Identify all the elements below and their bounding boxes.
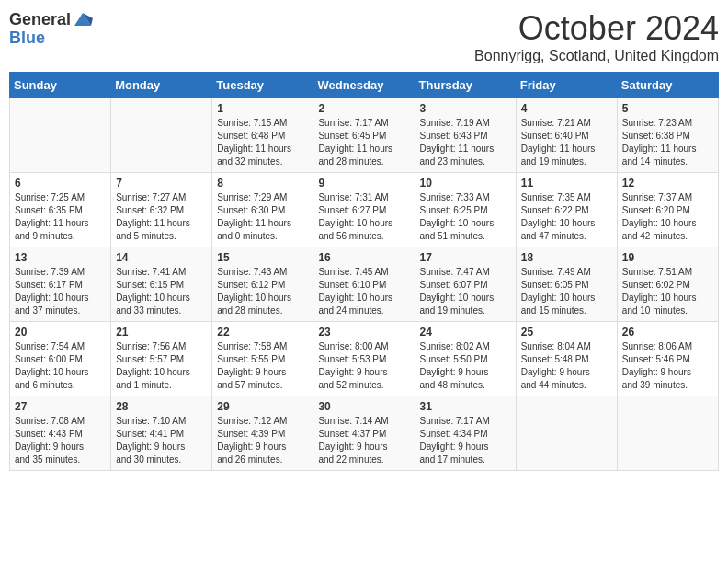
logo: General Blue [9, 9, 93, 47]
day-number: 22 [217, 326, 308, 339]
day-number: 30 [318, 400, 409, 413]
calendar-cell: 26Sunrise: 8:06 AM Sunset: 5:46 PM Dayli… [617, 322, 718, 396]
calendar-cell: 18Sunrise: 7:49 AM Sunset: 6:05 PM Dayli… [516, 247, 617, 322]
day-info: Sunrise: 7:23 AM Sunset: 6:38 PM Dayligh… [622, 117, 713, 168]
day-info: Sunrise: 7:19 AM Sunset: 6:43 PM Dayligh… [420, 117, 511, 168]
header-sunday: Sunday [10, 73, 111, 98]
day-info: Sunrise: 7:10 AM Sunset: 4:41 PM Dayligh… [116, 415, 207, 466]
week-row-2: 6Sunrise: 7:25 AM Sunset: 6:35 PM Daylig… [10, 173, 719, 247]
day-info: Sunrise: 7:08 AM Sunset: 4:43 PM Dayligh… [15, 415, 106, 466]
day-info: Sunrise: 7:41 AM Sunset: 6:15 PM Dayligh… [116, 266, 207, 317]
day-number: 5 [622, 102, 713, 115]
calendar-cell: 24Sunrise: 8:02 AM Sunset: 5:50 PM Dayli… [415, 322, 516, 396]
day-number: 14 [116, 251, 207, 264]
day-info: Sunrise: 7:15 AM Sunset: 6:48 PM Dayligh… [217, 117, 308, 168]
day-info: Sunrise: 7:29 AM Sunset: 6:30 PM Dayligh… [217, 191, 308, 243]
day-number: 19 [622, 251, 713, 264]
day-info: Sunrise: 7:54 AM Sunset: 6:00 PM Dayligh… [15, 340, 106, 392]
day-number: 28 [116, 400, 207, 413]
day-info: Sunrise: 7:27 AM Sunset: 6:32 PM Dayligh… [116, 191, 207, 243]
calendar-cell [617, 396, 718, 471]
day-number: 6 [15, 177, 106, 190]
day-number: 15 [217, 251, 308, 264]
day-info: Sunrise: 7:45 AM Sunset: 6:10 PM Dayligh… [318, 266, 409, 317]
day-number: 18 [521, 251, 612, 264]
day-info: Sunrise: 8:02 AM Sunset: 5:50 PM Dayligh… [420, 340, 511, 392]
day-number: 21 [116, 326, 207, 339]
day-number: 12 [622, 177, 713, 190]
day-number: 10 [420, 177, 511, 190]
day-info: Sunrise: 7:25 AM Sunset: 6:35 PM Dayligh… [15, 191, 106, 243]
day-info: Sunrise: 7:12 AM Sunset: 4:39 PM Dayligh… [217, 415, 308, 466]
logo-blue: Blue [9, 29, 45, 47]
day-number: 1 [217, 102, 308, 115]
day-info: Sunrise: 7:58 AM Sunset: 5:55 PM Dayligh… [217, 340, 308, 392]
day-number: 20 [15, 326, 106, 339]
week-row-4: 20Sunrise: 7:54 AM Sunset: 6:00 PM Dayli… [10, 322, 719, 396]
calendar-cell [516, 396, 617, 471]
week-row-5: 27Sunrise: 7:08 AM Sunset: 4:43 PM Dayli… [10, 396, 719, 471]
page-header: General Blue October 2024 Bonnyrigg, Sco… [9, 9, 719, 64]
calendar-cell: 31Sunrise: 7:17 AM Sunset: 4:34 PM Dayli… [415, 396, 516, 471]
header-wednesday: Wednesday [313, 73, 415, 98]
day-number: 11 [521, 177, 612, 190]
day-number: 25 [521, 326, 612, 339]
day-info: Sunrise: 8:00 AM Sunset: 5:53 PM Dayligh… [318, 340, 409, 392]
day-number: 29 [217, 400, 308, 413]
day-number: 16 [318, 251, 409, 264]
calendar-cell: 5Sunrise: 7:23 AM Sunset: 6:38 PM Daylig… [617, 98, 718, 173]
calendar-cell: 23Sunrise: 8:00 AM Sunset: 5:53 PM Dayli… [313, 322, 415, 396]
calendar-cell: 11Sunrise: 7:35 AM Sunset: 6:22 PM Dayli… [516, 173, 617, 247]
day-number: 3 [420, 102, 511, 115]
header-friday: Friday [516, 73, 617, 98]
calendar-cell: 13Sunrise: 7:39 AM Sunset: 6:17 PM Dayli… [10, 247, 111, 322]
week-row-3: 13Sunrise: 7:39 AM Sunset: 6:17 PM Dayli… [10, 247, 719, 322]
calendar-cell: 16Sunrise: 7:45 AM Sunset: 6:10 PM Dayli… [313, 247, 415, 322]
day-number: 24 [420, 326, 511, 339]
calendar-cell: 29Sunrise: 7:12 AM Sunset: 4:39 PM Dayli… [212, 396, 313, 471]
day-info: Sunrise: 7:35 AM Sunset: 6:22 PM Dayligh… [521, 191, 612, 243]
calendar-cell: 27Sunrise: 7:08 AM Sunset: 4:43 PM Dayli… [10, 396, 111, 471]
calendar-cell: 12Sunrise: 7:37 AM Sunset: 6:20 PM Dayli… [617, 173, 718, 247]
calendar-cell: 8Sunrise: 7:29 AM Sunset: 6:30 PM Daylig… [212, 173, 313, 247]
calendar-cell: 3Sunrise: 7:19 AM Sunset: 6:43 PM Daylig… [415, 98, 516, 173]
logo-icon [73, 9, 93, 29]
calendar-cell: 6Sunrise: 7:25 AM Sunset: 6:35 PM Daylig… [10, 173, 111, 247]
day-number: 13 [15, 251, 106, 264]
day-info: Sunrise: 7:21 AM Sunset: 6:40 PM Dayligh… [521, 117, 612, 168]
calendar-cell: 22Sunrise: 7:58 AM Sunset: 5:55 PM Dayli… [212, 322, 313, 396]
month-title: October 2024 [474, 9, 719, 48]
calendar-cell: 30Sunrise: 7:14 AM Sunset: 4:37 PM Dayli… [313, 396, 415, 471]
day-info: Sunrise: 7:37 AM Sunset: 6:20 PM Dayligh… [622, 191, 713, 243]
week-row-1: 1Sunrise: 7:15 AM Sunset: 6:48 PM Daylig… [10, 98, 719, 173]
calendar-cell [111, 98, 212, 173]
logo-general: General [9, 11, 71, 28]
calendar-cell [10, 98, 111, 173]
header-tuesday: Tuesday [212, 73, 313, 98]
calendar-cell: 1Sunrise: 7:15 AM Sunset: 6:48 PM Daylig… [212, 98, 313, 173]
day-info: Sunrise: 7:39 AM Sunset: 6:17 PM Dayligh… [15, 266, 106, 317]
calendar-cell: 9Sunrise: 7:31 AM Sunset: 6:27 PM Daylig… [313, 173, 415, 247]
day-info: Sunrise: 7:17 AM Sunset: 6:45 PM Dayligh… [318, 117, 409, 168]
title-area: October 2024 Bonnyrigg, Scotland, United… [474, 9, 719, 64]
header-thursday: Thursday [415, 73, 516, 98]
header-monday: Monday [111, 73, 212, 98]
day-number: 23 [318, 326, 409, 339]
calendar-cell: 10Sunrise: 7:33 AM Sunset: 6:25 PM Dayli… [415, 173, 516, 247]
day-info: Sunrise: 7:33 AM Sunset: 6:25 PM Dayligh… [420, 191, 511, 243]
day-info: Sunrise: 7:31 AM Sunset: 6:27 PM Dayligh… [318, 191, 409, 243]
calendar-cell: 14Sunrise: 7:41 AM Sunset: 6:15 PM Dayli… [111, 247, 212, 322]
day-info: Sunrise: 7:56 AM Sunset: 5:57 PM Dayligh… [116, 340, 207, 392]
calendar-cell: 15Sunrise: 7:43 AM Sunset: 6:12 PM Dayli… [212, 247, 313, 322]
day-number: 4 [521, 102, 612, 115]
calendar-cell: 20Sunrise: 7:54 AM Sunset: 6:00 PM Dayli… [10, 322, 111, 396]
calendar-table: SundayMondayTuesdayWednesdayThursdayFrid… [9, 72, 719, 471]
calendar-cell: 28Sunrise: 7:10 AM Sunset: 4:41 PM Dayli… [111, 396, 212, 471]
day-info: Sunrise: 7:49 AM Sunset: 6:05 PM Dayligh… [521, 266, 612, 317]
day-number: 9 [318, 177, 409, 190]
day-info: Sunrise: 7:17 AM Sunset: 4:34 PM Dayligh… [420, 415, 511, 466]
day-info: Sunrise: 7:47 AM Sunset: 6:07 PM Dayligh… [420, 266, 511, 317]
day-number: 27 [15, 400, 106, 413]
location-subtitle: Bonnyrigg, Scotland, United Kingdom [474, 48, 719, 64]
day-info: Sunrise: 7:51 AM Sunset: 6:02 PM Dayligh… [622, 266, 713, 317]
